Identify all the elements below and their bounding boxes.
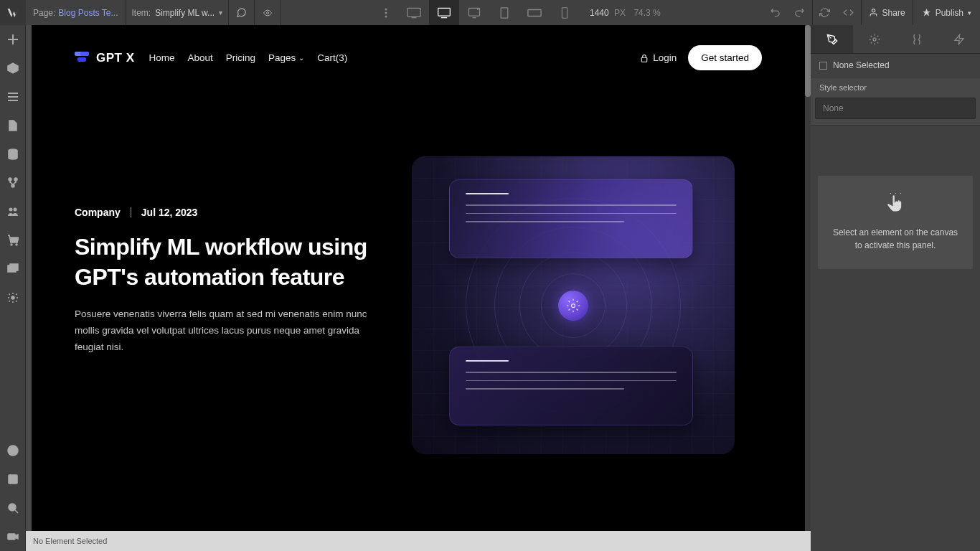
brand[interactable]: GPT X: [75, 50, 135, 66]
svg-point-37: [873, 38, 876, 41]
video-icon[interactable]: [0, 522, 26, 551]
breadcrumb-text: No Element Selected: [33, 537, 107, 545]
cms-icon[interactable]: [0, 140, 26, 169]
lock-icon: [640, 54, 649, 62]
chevron-down-icon: ▾: [219, 9, 222, 17]
svg-point-3: [385, 15, 387, 17]
pointer-hand-icon: · · ·: [885, 193, 905, 215]
svg-rect-12: [528, 9, 541, 16]
svg-rect-13: [562, 7, 567, 18]
tab-effects[interactable]: [938, 25, 980, 53]
page-label: Page:: [33, 8, 55, 18]
preview-icon[interactable]: [255, 0, 281, 25]
navigator-icon[interactable]: [0, 83, 26, 111]
search-icon[interactable]: [0, 494, 26, 522]
svg-rect-19: [8, 100, 18, 101]
breakpoint-switcher: [399, 0, 580, 25]
svg-point-25: [14, 208, 17, 212]
more-options-icon[interactable]: [373, 0, 399, 25]
svg-rect-11: [501, 7, 508, 17]
share-label: Share: [882, 8, 905, 18]
logic-icon[interactable]: [0, 169, 26, 197]
settings-icon[interactable]: [0, 283, 26, 312]
breakpoint-xl[interactable]: [399, 0, 429, 25]
breadcrumb-bar: No Element Selected: [26, 531, 811, 551]
post-date: Jul 12, 2023: [141, 207, 198, 218]
svg-rect-4: [407, 8, 420, 17]
login-link[interactable]: Login: [640, 52, 677, 63]
nav-pages[interactable]: Pages ⌄: [268, 52, 304, 63]
page-value: Blog Posts Te...: [58, 8, 118, 18]
post-hero-image: [412, 156, 735, 454]
post-meta: Company Jul 12, 2023: [75, 207, 383, 218]
svg-point-26: [11, 244, 12, 245]
canvas-dimensions[interactable]: 1440 PX 74.3 %: [580, 8, 671, 18]
item-value: Simplify ML w...: [155, 8, 215, 18]
item-label: Item:: [132, 8, 151, 18]
svg-point-33: [9, 504, 16, 511]
svg-point-39: [918, 39, 919, 40]
breakpoint-desktop[interactable]: [429, 0, 459, 25]
svg-point-30: [11, 296, 14, 299]
svg-point-22: [14, 178, 17, 181]
assets-icon[interactable]: [0, 255, 26, 283]
svg-point-36: [572, 303, 575, 307]
canvas-width: 1440: [590, 8, 609, 18]
breakpoint-mobile-landscape[interactable]: [519, 0, 550, 25]
post-category[interactable]: Company: [75, 207, 121, 218]
top-toolbar: Page: Blog Posts Te... Item: Simplify ML…: [0, 0, 980, 25]
post-title: Simplify ML workflow using GPT's automat…: [75, 232, 383, 292]
code-export-icon[interactable]: [837, 0, 861, 25]
tab-interactions[interactable]: [895, 25, 938, 53]
class-selector-input[interactable]: None: [815, 98, 976, 119]
ecommerce-icon[interactable]: [0, 226, 26, 255]
hero-card-bottom: [449, 347, 693, 425]
site-navbar: GPT X Home About Pricing Pages ⌄ Cart(3): [32, 25, 805, 70]
get-started-button[interactable]: Get started: [688, 45, 762, 70]
svg-rect-16: [8, 39, 18, 40]
page-selector[interactable]: Page: Blog Posts Te...: [26, 0, 126, 25]
svg-rect-35: [641, 57, 647, 62]
svg-point-14: [872, 9, 875, 12]
publish-button[interactable]: Publish ▾: [913, 0, 980, 25]
style-selector-label: Style selector: [811, 77, 980, 95]
undo-icon[interactable]: [763, 0, 788, 25]
breakpoint-tablet[interactable]: [489, 0, 519, 25]
nav-pricing[interactable]: Pricing: [226, 52, 255, 63]
pages-icon[interactable]: [0, 111, 26, 140]
nav-about[interactable]: About: [188, 52, 213, 63]
sync-icon[interactable]: [812, 0, 837, 25]
checkbox-icon[interactable]: [819, 62, 827, 70]
comments-icon[interactable]: [229, 0, 255, 25]
help-icon[interactable]: [0, 436, 26, 465]
components-icon[interactable]: [0, 54, 26, 83]
audit-icon[interactable]: [0, 465, 26, 494]
breakpoint-tablet-large[interactable]: [459, 0, 489, 25]
blog-hero: Company Jul 12, 2023 Simplify ML workflo…: [32, 70, 805, 454]
cms-item-selector[interactable]: Item: Simplify ML w... ▾: [126, 0, 230, 25]
panel-tabs: [811, 25, 980, 54]
users-icon[interactable]: [0, 197, 26, 226]
chevron-down-icon: ⌄: [298, 54, 304, 62]
meta-separator: [131, 207, 131, 217]
webflow-logo[interactable]: [0, 0, 26, 25]
nav-home[interactable]: Home: [149, 52, 175, 63]
brand-logo-icon: [75, 50, 90, 66]
breakpoint-mobile[interactable]: [550, 0, 580, 25]
left-toolbar: [0, 25, 26, 551]
tab-settings[interactable]: [853, 25, 895, 53]
nav-cart[interactable]: Cart(3): [317, 52, 347, 63]
svg-point-2: [385, 11, 387, 14]
brand-text: GPT X: [96, 51, 135, 65]
add-element-icon[interactable]: [0, 25, 26, 54]
svg-rect-34: [8, 534, 15, 540]
svg-point-10: [478, 9, 479, 9]
none-selected-label: None Selected: [833, 60, 890, 70]
svg-rect-18: [8, 96, 18, 98]
redo-icon[interactable]: [788, 0, 812, 25]
svg-marker-40: [955, 34, 963, 44]
share-button[interactable]: Share: [861, 0, 913, 25]
canvas-scrollbar[interactable]: [805, 25, 811, 531]
tab-style[interactable]: [811, 25, 853, 53]
design-canvas[interactable]: GPT X Home About Pricing Pages ⌄ Cart(3): [32, 25, 805, 531]
